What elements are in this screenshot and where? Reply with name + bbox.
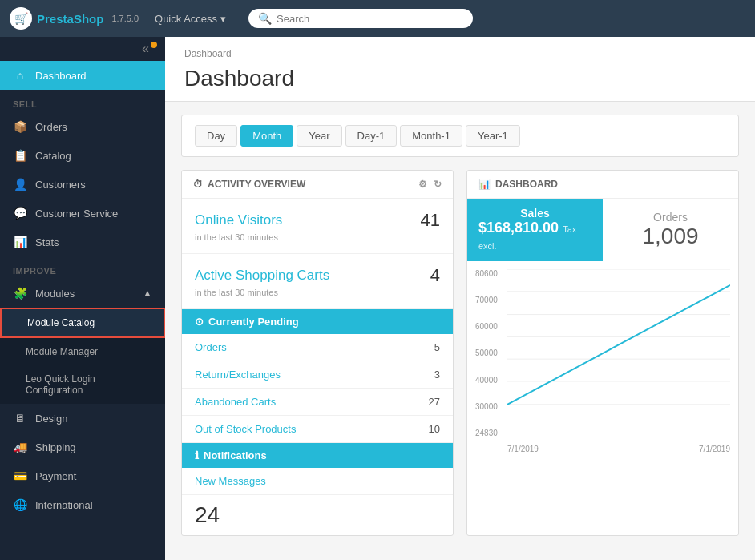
date-btn-year-1[interactable]: Year-1 xyxy=(466,125,520,147)
currently-pending-header: ⊙ Currently Pending xyxy=(182,309,453,334)
online-visitors-sub: in the last 30 minutes xyxy=(195,232,440,242)
logo-text: PrestaShop xyxy=(37,12,103,26)
sidebar-item-orders[interactable]: 📦 Orders xyxy=(0,112,165,141)
page-title: Dashboard xyxy=(184,62,736,101)
active-carts-label[interactable]: Active Shopping Carts xyxy=(195,268,329,284)
sidebar-item-customer-service[interactable]: 💬 Customer Service xyxy=(0,199,165,228)
dashboard-grid: ⏱ ACTIVITY OVERVIEW ⚙ ↻ Online Visitors … xyxy=(181,170,739,536)
pending-abandoned-row[interactable]: Abandoned Carts 27 xyxy=(182,389,453,416)
activity-refresh-icon[interactable]: ↻ xyxy=(434,179,442,190)
quick-access-button[interactable]: Quick Access ▾ xyxy=(148,10,232,28)
sidebar-item-customers[interactable]: 👤 Customers xyxy=(0,170,165,199)
online-visitors-stat: Online Visitors 41 in the last 30 minute… xyxy=(182,199,453,254)
modules-submenu: Module Catalog Module Manager Leo Quick … xyxy=(0,308,165,404)
sidebar-section-sell: SELL xyxy=(0,90,165,112)
sidebar-item-modules[interactable]: 🧩 Modules ▲ xyxy=(0,279,165,308)
y-label-3: 50000 xyxy=(475,348,498,357)
pending-abandoned-value: 27 xyxy=(429,396,440,408)
dashboard-icon: ⌂ xyxy=(13,69,27,82)
notification-dot xyxy=(151,42,157,48)
sales-box: Sales $168,810.00 Tax excl. xyxy=(467,199,603,261)
design-icon: 🖥 xyxy=(13,412,27,425)
date-btn-year[interactable]: Year xyxy=(297,125,341,147)
sidebar-item-module-manager[interactable]: Module Manager xyxy=(0,338,165,365)
breadcrumb: Dashboard xyxy=(184,45,736,62)
search-bar: 🔍 xyxy=(248,9,473,28)
sidebar-item-leo-quick-login[interactable]: Leo Quick Login Configuration xyxy=(0,365,165,404)
pending-out-of-stock-row[interactable]: Out of Stock Products 10 xyxy=(182,416,453,443)
sidebar-item-module-catalog[interactable]: Module Catalog xyxy=(0,308,165,338)
sidebar-item-international[interactable]: 🌐 International xyxy=(0,490,165,519)
modules-icon: 🧩 xyxy=(13,287,27,300)
new-messages-link[interactable]: New Messages xyxy=(182,468,453,495)
main-content: Dashboard Dashboard Day Month Year Day-1… xyxy=(165,37,755,560)
pending-returns-row[interactable]: Return/Exchanges 3 xyxy=(182,361,453,389)
chart-x-labels: 7/1/2019 7/1/2019 xyxy=(507,445,730,453)
sidebar-item-catalog[interactable]: 📋 Catalog xyxy=(0,141,165,170)
pending-icon: ⊙ xyxy=(195,316,204,328)
x-label-end: 7/1/2019 xyxy=(699,445,730,453)
sidebar-item-stats[interactable]: 📊 Stats xyxy=(0,228,165,256)
logo-area: 🛒 PrestaShop 1.7.5.0 xyxy=(10,7,139,30)
y-label-0: 80600 xyxy=(475,269,498,278)
sidebar-item-design[interactable]: 🖥 Design xyxy=(0,404,165,433)
activity-settings-icon[interactable]: ⚙ xyxy=(418,179,427,190)
activity-header-actions: ⚙ ↻ xyxy=(418,179,442,190)
notifications-label: Notifications xyxy=(204,449,267,461)
payment-icon: 💳 xyxy=(13,469,27,482)
online-visitors-label[interactable]: Online Visitors xyxy=(195,212,282,228)
search-input[interactable] xyxy=(277,13,463,25)
modules-expand-arrow: ▲ xyxy=(143,288,152,299)
activity-overview-card: ⏱ ACTIVITY OVERVIEW ⚙ ↻ Online Visitors … xyxy=(181,170,454,536)
sidebar-item-dashboard[interactable]: ⌂ Dashboard xyxy=(0,61,165,90)
pending-abandoned-label: Abandoned Carts xyxy=(195,396,276,408)
search-icon: 🔍 xyxy=(258,12,272,25)
active-carts-stat: Active Shopping Carts 4 in the last 30 m… xyxy=(182,254,453,309)
online-visitors-value: 41 xyxy=(421,210,440,231)
date-btn-day[interactable]: Day xyxy=(195,125,237,147)
y-label-5: 30000 xyxy=(475,402,498,411)
customers-icon: 👤 xyxy=(13,178,27,191)
sidebar-item-payment[interactable]: 💳 Payment xyxy=(0,461,165,490)
sales-value: $168,810.00 Tax excl. xyxy=(478,220,591,253)
date-btn-month-1[interactable]: Month-1 xyxy=(400,125,462,147)
sidebar-collapse-button[interactable]: « xyxy=(0,37,165,61)
notifications-icon: ℹ xyxy=(195,449,199,461)
date-btn-month[interactable]: Month xyxy=(240,125,293,147)
catalog-icon: 📋 xyxy=(13,149,27,162)
dashboard-chart-icon: 📊 xyxy=(478,179,491,190)
sales-label: Sales xyxy=(520,207,550,220)
chart-svg xyxy=(507,269,730,429)
content-area: Day Month Year Day-1 Month-1 Year-1 ⏱ AC… xyxy=(165,102,755,549)
stats-icon: 📊 xyxy=(13,236,27,248)
sidebar-section-improve: IMPROVE xyxy=(0,256,165,279)
main-header: Dashboard Dashboard xyxy=(165,37,755,102)
pending-orders-label: Orders xyxy=(195,341,227,353)
notifications-header: ℹ Notifications xyxy=(182,443,453,468)
shipping-icon: 🚚 xyxy=(13,441,27,453)
chart-y-axis: 80600 70000 60000 50000 40000 30000 2483… xyxy=(475,269,498,437)
activity-overview-header: ⏱ ACTIVITY OVERVIEW ⚙ ↻ xyxy=(182,171,453,199)
international-icon: 🌐 xyxy=(13,498,27,511)
pending-orders-row[interactable]: Orders 5 xyxy=(182,334,453,361)
sales-orders-row: Sales $168,810.00 Tax excl. Orders 1,009 xyxy=(467,199,738,261)
logo-icon: 🛒 xyxy=(10,7,32,30)
customer-service-icon: 💬 xyxy=(13,207,27,220)
active-carts-sub: in the last 30 minutes xyxy=(195,288,440,297)
orders-label: Orders xyxy=(653,211,688,224)
messages-count: 24 xyxy=(182,495,453,535)
top-navigation: 🛒 PrestaShop 1.7.5.0 Quick Access ▾ 🔍 xyxy=(0,0,755,37)
currently-pending-label: Currently Pending xyxy=(208,316,299,328)
dashboard-panel-card: 📊 DASHBOARD Sales $168,810.00 Tax excl. xyxy=(466,170,739,536)
logo-version: 1.7.5.0 xyxy=(111,14,139,23)
y-label-6: 24830 xyxy=(475,429,498,437)
date-btn-day-1[interactable]: Day-1 xyxy=(345,125,398,147)
chart-area: 80600 70000 60000 50000 40000 30000 2483… xyxy=(467,261,738,461)
body-layout: « ⌂ Dashboard SELL 📦 Orders 📋 Catalog 👤 … xyxy=(0,37,755,560)
activity-title: ACTIVITY OVERVIEW xyxy=(208,179,305,190)
dashboard-panel-title: DASHBOARD xyxy=(495,179,558,190)
active-carts-value: 4 xyxy=(430,265,440,286)
sidebar-item-shipping[interactable]: 🚚 Shipping xyxy=(0,433,165,461)
pending-orders-value: 5 xyxy=(434,341,440,353)
orders-value: 1,009 xyxy=(642,224,698,249)
